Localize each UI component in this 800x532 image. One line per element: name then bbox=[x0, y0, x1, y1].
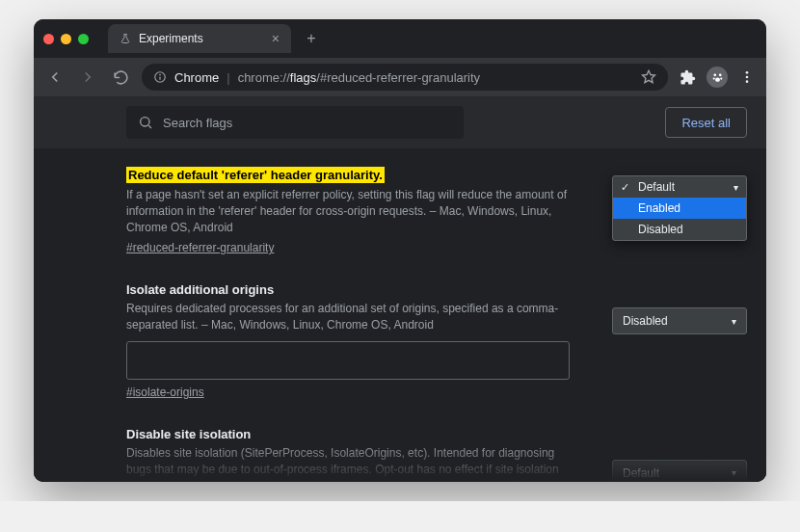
flag-select[interactable]: Disabled ▾ bbox=[612, 307, 747, 334]
menu-dots-icon[interactable] bbox=[737, 67, 757, 87]
back-button[interactable] bbox=[43, 66, 67, 89]
new-tab-button[interactable]: + bbox=[299, 26, 324, 51]
maximize-window-button[interactable] bbox=[78, 34, 89, 44]
search-icon bbox=[138, 115, 153, 130]
tab-strip: Experiments × + bbox=[34, 19, 766, 58]
chevron-down-icon: ▾ bbox=[732, 316, 736, 327]
url-chip: Chrome bbox=[174, 70, 219, 85]
chevron-down-icon: ▾ bbox=[732, 467, 736, 478]
flag-title: Isolate additional origins bbox=[126, 282, 274, 297]
svg-point-10 bbox=[746, 80, 749, 83]
flag-item: Reduce default 'referer' header granular… bbox=[126, 166, 747, 255]
page-content: Reset all Reduce default 'referer' heade… bbox=[34, 96, 766, 482]
flag-item: Disable site isolation Disables site iso… bbox=[126, 425, 747, 482]
svg-point-1 bbox=[159, 74, 161, 76]
chevron-down-icon: ▾ bbox=[733, 182, 738, 193]
flags-topbar: Reset all bbox=[34, 96, 766, 148]
svg-point-6 bbox=[720, 77, 722, 79]
svg-point-3 bbox=[713, 73, 716, 76]
flag-anchor-link[interactable]: #reduced-referrer-granularity bbox=[126, 241, 274, 254]
svg-point-7 bbox=[715, 77, 720, 81]
close-window-button[interactable] bbox=[43, 34, 54, 44]
bookmark-star-icon[interactable] bbox=[641, 69, 656, 85]
svg-rect-2 bbox=[159, 76, 160, 80]
dropdown-option-default[interactable]: ✓ Default ▾ bbox=[613, 176, 746, 198]
dropdown-option-disabled[interactable]: Disabled bbox=[613, 219, 746, 240]
browser-tab[interactable]: Experiments × bbox=[108, 24, 291, 53]
window-controls bbox=[43, 34, 89, 44]
minimize-window-button[interactable] bbox=[61, 34, 71, 44]
flag-title: Reduce default 'referer' header granular… bbox=[126, 167, 385, 183]
svg-point-8 bbox=[746, 71, 749, 74]
forward-button[interactable] bbox=[76, 66, 99, 89]
tab-title: Experiments bbox=[139, 32, 203, 45]
flag-dropdown-open: ✓ Default ▾ Enabled Disabled bbox=[612, 175, 747, 241]
flag-select[interactable]: Default ▾ bbox=[612, 460, 747, 482]
url-text: chrome://flags/#reduced-referrer-granula… bbox=[238, 70, 480, 85]
extensions-puzzle-icon[interactable] bbox=[678, 67, 697, 87]
browser-window: Experiments × + Chrome | chrome://flags/… bbox=[34, 19, 766, 482]
check-icon: ✓ bbox=[621, 181, 632, 194]
close-tab-icon[interactable]: × bbox=[272, 31, 280, 46]
flask-icon bbox=[120, 33, 131, 44]
flag-description: If a page hasn't set an explicit referre… bbox=[126, 187, 570, 235]
reset-all-button[interactable]: Reset all bbox=[665, 107, 747, 138]
profile-avatar[interactable] bbox=[707, 66, 728, 88]
flags-list: Reduce default 'referer' header granular… bbox=[34, 148, 766, 482]
address-bar[interactable]: Chrome | chrome://flags/#reduced-referre… bbox=[142, 64, 668, 91]
isolate-origins-input[interactable] bbox=[126, 341, 570, 380]
flag-title: Disable site isolation bbox=[126, 427, 251, 441]
extension-icons bbox=[678, 66, 757, 88]
svg-point-11 bbox=[141, 118, 149, 126]
search-flags-box[interactable] bbox=[126, 106, 464, 139]
flag-description: Disables site isolation (SitePerProcess,… bbox=[126, 445, 570, 482]
toolbar: Chrome | chrome://flags/#reduced-referre… bbox=[34, 58, 766, 96]
svg-point-5 bbox=[712, 77, 714, 79]
site-info-icon[interactable] bbox=[153, 70, 167, 84]
flag-description: Requires dedicated processes for an addi… bbox=[126, 301, 570, 333]
search-input[interactable] bbox=[163, 116, 452, 130]
svg-point-4 bbox=[718, 73, 721, 76]
url-separator: | bbox=[227, 70, 229, 85]
flag-anchor-link[interactable]: #isolate-origins bbox=[126, 386, 204, 399]
flag-item: Isolate additional origins Requires dedi… bbox=[126, 280, 747, 400]
reload-button[interactable] bbox=[109, 66, 132, 89]
dropdown-option-enabled[interactable]: Enabled bbox=[613, 198, 746, 219]
svg-point-9 bbox=[746, 76, 749, 79]
